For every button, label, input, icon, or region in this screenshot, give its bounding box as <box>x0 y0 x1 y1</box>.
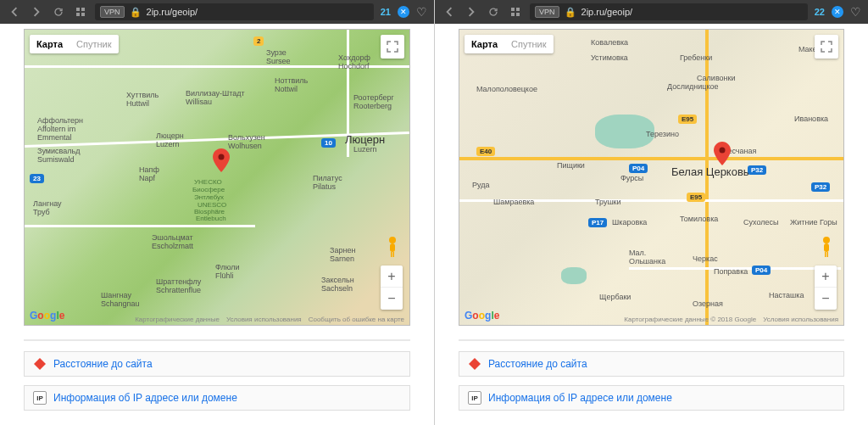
map-tab-satellite[interactable]: Спутник <box>504 35 553 53</box>
svg-rect-8 <box>393 252 395 257</box>
link-label: Расстояние до сайта <box>53 358 153 370</box>
pegman-icon[interactable] <box>382 235 403 259</box>
distance-link[interactable]: Расстояние до сайта <box>459 351 844 377</box>
zoom-out-button[interactable]: − <box>381 288 403 310</box>
road-label: 2 <box>253 36 264 46</box>
place-label: Ивановка <box>794 115 828 123</box>
zoom-in-button[interactable]: + <box>381 266 403 288</box>
map-type-tabs: Карта Спутник <box>465 35 554 53</box>
divider <box>24 339 410 341</box>
map-pin-icon <box>714 142 731 165</box>
svg-point-13 <box>720 148 726 154</box>
place-label: Дослидницкое <box>667 82 718 91</box>
road-label: 23 <box>30 174 44 183</box>
svg-point-14 <box>823 237 830 243</box>
place-label: Томиловка <box>680 215 718 223</box>
map-background: 2 10 23 Хохдорф Hochdorf Зурзе Sursee Но… <box>25 30 409 325</box>
forward-button[interactable] <box>29 4 44 20</box>
reload-button[interactable] <box>486 4 501 20</box>
pegman-icon[interactable] <box>816 235 837 259</box>
link-label: Расстояние до сайта <box>488 358 587 370</box>
browser-bar-right: VPN 🔒 2ip.ru/geoip/ 22 ✕ ♡ <box>435 0 868 24</box>
unesco-label: УНЕСКО <box>194 178 222 186</box>
back-button[interactable] <box>7 4 22 20</box>
link-label: Информация об IP адресе или домене <box>488 392 672 404</box>
place-label: Сухолесы <box>743 218 778 226</box>
map-terms-link[interactable]: Условия использования <box>226 316 302 323</box>
vpn-badge: VPN <box>535 6 559 18</box>
svg-rect-12 <box>516 13 520 16</box>
url-bar[interactable]: VPN 🔒 2ip.ru/geoip/ <box>530 3 808 20</box>
place-label: Ковалевка <box>591 38 628 47</box>
svg-rect-2 <box>76 13 80 16</box>
place-label: Флюли Flühli <box>215 263 240 280</box>
svg-rect-10 <box>516 8 520 11</box>
svg-point-5 <box>389 237 396 243</box>
page-content-right: E40 E95 E95 P04 P04 P17 P32 P32 Трилесы … <box>435 24 868 425</box>
right-pane: VPN 🔒 2ip.ru/geoip/ 22 ✕ ♡ E40 E95 E95 P… <box>434 0 868 425</box>
ip-icon: IP <box>468 391 481 405</box>
grid-icon[interactable] <box>508 4 523 20</box>
lock-icon: 🔒 <box>130 7 142 18</box>
map-tab-map[interactable]: Карта <box>465 35 504 53</box>
svg-rect-1 <box>81 8 85 11</box>
unesco-label: Биосфере <box>192 186 225 193</box>
heart-icon[interactable]: ♡ <box>850 5 861 19</box>
map-pin-icon <box>213 148 230 172</box>
road-label: P04 <box>629 164 648 173</box>
left-pane: VPN 🔒 2ip.ru/geoip/ 21 ✕ ♡ 2 10 23 Хохдо… <box>0 0 434 425</box>
place-label: Житние Горы <box>790 218 837 226</box>
map-attribution: Картографические данные © 2018 Google Ус… <box>624 316 838 323</box>
grid-icon[interactable] <box>73 4 88 20</box>
url-text: 2ip.ru/geoip/ <box>147 7 369 17</box>
svg-rect-7 <box>391 252 392 257</box>
place-label: Зумисвальд Sumiswald <box>37 147 80 164</box>
place-label: Шангнау Schangnau <box>101 291 140 308</box>
place-label: Мал. Ольшанка <box>629 249 665 266</box>
heart-icon[interactable]: ♡ <box>416 5 427 19</box>
svg-rect-3 <box>81 13 85 16</box>
svg-rect-15 <box>824 243 829 252</box>
distance-link[interactable]: Расстояние до сайта <box>24 351 410 377</box>
blocker-icon[interactable]: ✕ <box>398 6 409 18</box>
road-label: P32 <box>748 165 766 175</box>
place-label: Зарнен Sarnen <box>330 246 355 263</box>
unesco-label: Энтлебух <box>194 193 224 201</box>
fullscreen-button[interactable] <box>381 35 404 59</box>
place-label: Фурсы <box>620 174 643 182</box>
place-label-big: Белая Церковь <box>671 165 749 178</box>
map-left[interactable]: 2 10 23 Хохдорф Hochdorf Зурзе Sursee Но… <box>24 29 410 326</box>
map-attribution: Картографические данные Условия использо… <box>135 316 404 323</box>
place-label: Шраттенфлу Schrattenflue <box>156 277 201 294</box>
road-label: E40 <box>476 147 495 156</box>
place-label: Пилатус Pilatus <box>313 174 342 191</box>
ip-icon: IP <box>33 391 47 405</box>
place-label: Хохдорф Hochdorf <box>338 53 370 70</box>
map-right[interactable]: E40 E95 E95 P04 P04 P17 P32 P32 Трилесы … <box>459 29 844 326</box>
lock-icon: 🔒 <box>565 7 576 18</box>
page-content-left: 2 10 23 Хохдорф Hochdorf Зурзе Sursee Но… <box>0 24 434 425</box>
forward-button[interactable] <box>464 4 479 20</box>
url-bar[interactable]: VPN 🔒 2ip.ru/geoip/ <box>95 3 374 20</box>
place-label: Напф Napf <box>139 165 159 182</box>
place-label: Озерная <box>693 299 723 308</box>
place-label: Терезино <box>646 130 679 138</box>
reload-button[interactable] <box>51 4 66 20</box>
place-label: Трушки <box>595 198 621 206</box>
map-terms-link[interactable]: Условия использования <box>763 316 838 323</box>
back-button[interactable] <box>442 4 457 20</box>
blocker-icon[interactable]: ✕ <box>832 6 843 18</box>
fullscreen-button[interactable] <box>815 35 838 59</box>
ip-info-link[interactable]: IP Информация об IP адресе или домене <box>24 385 410 411</box>
road-label: P17 <box>588 218 607 227</box>
place-label: Вольхузен Wolhusen <box>228 133 265 150</box>
map-tab-satellite[interactable]: Спутник <box>70 35 118 53</box>
map-type-tabs: Карта Спутник <box>30 35 119 53</box>
ip-info-link[interactable]: IP Информация об IP адресе или домене <box>459 385 844 411</box>
place-label: Шамраевка <box>493 198 534 206</box>
map-tab-map[interactable]: Карта <box>30 35 70 53</box>
zoom-in-button[interactable]: + <box>815 266 837 288</box>
link-label: Информация об IP адресе или домене <box>53 392 237 404</box>
zoom-out-button[interactable]: − <box>815 288 837 310</box>
map-report-link[interactable]: Сообщить об ошибке на карте <box>309 316 404 323</box>
